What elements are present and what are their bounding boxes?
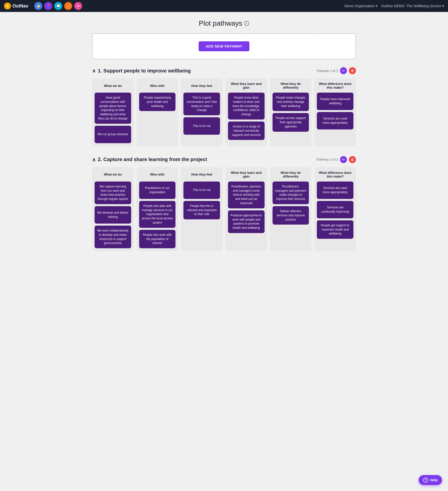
service-dropdown[interactable]: OutNav DEMO- The Wellbeing Service ▾ — [381, 4, 444, 8]
item-cards-2-2: Practitioners in our organisationPeople … — [139, 182, 176, 248]
item-card[interactable]: People feel this is relevant and importa… — [183, 201, 220, 219]
column-card-2-1: What we doWe capture learning from our w… — [92, 167, 134, 251]
item-card[interactable]: Deliver effective services and improve p… — [273, 206, 309, 225]
column-header-1-2: Who with — [139, 81, 176, 90]
item-cards-1-4: People know what matters to them and hav… — [228, 93, 265, 140]
pathway-grid-2: What we doWe capture learning from our w… — [92, 167, 356, 251]
item-cards-1-3: This is a good conversation and I feel r… — [183, 93, 220, 135]
item-cards-1-5: People make changes and actively manage … — [273, 93, 309, 132]
mail-icon-btn[interactable]: ✉ — [74, 2, 82, 10]
column-card-1-6: What difference does this make?People ha… — [314, 78, 356, 146]
pathway-title-1: ∧ 1. Support people to improve wellbeing — [92, 68, 191, 74]
column-card-1-5: What they do differentlyPeople make chan… — [270, 78, 312, 146]
column-header-2-4: What they learn and gain — [228, 170, 265, 179]
item-card[interactable]: Practitioners in our organisation — [139, 182, 176, 199]
delete-pathway-button[interactable]: 🗑 — [349, 67, 356, 74]
logo-text: OutNav — [12, 3, 28, 9]
column-header-1-6: What difference does this make? — [317, 81, 353, 90]
chevron-icon[interactable]: ∧ — [92, 68, 96, 74]
item-cards-2-5: Practitioners, managers and planners mak… — [273, 182, 309, 225]
item-card[interactable]: Have good conversations with people abou… — [95, 93, 131, 124]
pathway-header-2: ∧ 2. Capture and share learning from the… — [92, 156, 356, 163]
item-card[interactable]: We capture learning from our work and sh… — [95, 182, 131, 204]
item-card[interactable]: This is for me — [183, 117, 220, 135]
edit-pathway-button[interactable]: ✏ — [340, 156, 347, 163]
nav-logo[interactable]: A OutNav — [4, 2, 28, 9]
item-cards-2-1: We capture learning from our work and sh… — [95, 182, 131, 248]
column-header-1-1: What we do — [95, 81, 131, 90]
item-card[interactable]: Practitioners, planners and managers kno… — [228, 182, 265, 208]
item-card[interactable]: We run group sessions — [95, 126, 131, 143]
item-card[interactable]: This is for me — [183, 182, 220, 199]
item-card[interactable]: We develop and deliver training — [95, 206, 131, 224]
logo-icon: A — [4, 2, 11, 9]
nav-icons: 🏠 📍 💬 ⚠ ✉ — [34, 2, 82, 10]
pathway-meta-2: Pathway 2 of 2 ✏ 🗑 — [317, 156, 356, 163]
column-card-1-4: What they learn and gainPeople know what… — [225, 78, 267, 146]
page-title: Plot pathways i — [92, 19, 356, 27]
pathway-section-2: ∧ 2. Capture and share learning from the… — [92, 156, 356, 251]
item-card[interactable]: Services are continually improving — [317, 201, 353, 218]
pathway-count-label: Pathway 1 of 2 — [317, 69, 338, 73]
column-header-2-2: Who with — [139, 170, 176, 179]
item-cards-2-3: This is for mePeople feel this is releva… — [183, 182, 220, 219]
chevron-down-icon: ▾ — [442, 4, 444, 8]
item-cards-1-2: People experiencing poor health and well… — [139, 93, 176, 111]
item-card[interactable]: People make changes and actively manage … — [273, 93, 309, 111]
column-header-2-3: How they feel — [183, 170, 220, 179]
pathway-meta-1: Pathway 1 of 2 ✏ 🗑 — [317, 67, 356, 74]
column-header-2-1: What we do — [95, 170, 131, 179]
item-card[interactable]: People experiencing poor health and well… — [139, 93, 176, 111]
item-card[interactable]: Access to a range of relevant community … — [228, 122, 265, 140]
chevron-icon[interactable]: ∧ — [92, 157, 96, 163]
item-card[interactable]: We work collaboratively to develop and s… — [95, 226, 131, 248]
column-card-1-1: What we doHave good conversations with p… — [92, 78, 134, 146]
column-header-1-5: What they do differently — [273, 81, 309, 90]
info-icon[interactable]: i — [244, 21, 249, 26]
pathway-grid-1: What we doHave good conversations with p… — [92, 78, 356, 146]
column-card-1-2: Who withPeople experiencing poor health … — [137, 78, 178, 146]
home-icon-btn[interactable]: 🏠 — [34, 2, 42, 10]
item-card[interactable]: Services are used more appropriately — [317, 112, 353, 129]
item-cards-2-6: Services are used more appropriatelyServ… — [317, 182, 353, 239]
pathway-section-1: ∧ 1. Support people to improve wellbeing… — [92, 67, 356, 146]
column-header-1-4: What they learn and gain — [228, 81, 265, 90]
item-cards-1-6: People have improved wellbeingServices a… — [317, 93, 353, 129]
item-card[interactable]: People who plan and manage services in o… — [139, 201, 176, 228]
add-pathway-box: ADD NEW PATHWAY — [92, 33, 356, 59]
item-card[interactable]: People get support to maximise health an… — [317, 220, 353, 239]
item-cards-2-4: Practitioners, planners and managers kno… — [228, 182, 265, 233]
main-content: Plot pathways i ADD NEW PATHWAY ∧ 1. Sup… — [87, 12, 361, 281]
item-card[interactable]: People have improved wellbeing — [317, 93, 353, 110]
pathway-count-label: Pathway 2 of 2 — [317, 158, 338, 161]
chevron-down-icon: ▾ — [376, 4, 377, 8]
nav-right: Demo Organisation ▾ OutNav DEMO- The Wel… — [344, 4, 444, 8]
edit-pathway-button[interactable]: ✏ — [340, 67, 347, 74]
item-cards-1-1: Have good conversations with people abou… — [95, 93, 131, 143]
column-header-1-3: How they feel — [183, 81, 220, 90]
column-card-1-3: How they feelThis is a good conversation… — [181, 78, 223, 146]
item-card[interactable]: People who work with the population of i… — [139, 230, 176, 248]
column-card-2-6: What difference does this make?Services … — [314, 167, 356, 251]
pathway-title-2: ∧ 2. Capture and share learning from the… — [92, 157, 207, 163]
item-card[interactable]: People know what matters to them and hav… — [228, 93, 265, 120]
chat-icon-btn[interactable]: 💬 — [54, 2, 62, 10]
item-card[interactable]: Services are used more appropriately — [317, 182, 353, 199]
item-card[interactable]: This is a good conversation and I feel r… — [183, 93, 220, 115]
navbar: A OutNav 🏠 📍 💬 ⚠ ✉ Demo Organisation ▾ O… — [0, 0, 448, 12]
item-card[interactable]: Practical approaches to work with people… — [228, 210, 265, 233]
pathway-header-1: ∧ 1. Support people to improve wellbeing… — [92, 67, 356, 74]
column-header-2-6: What difference does this make? — [317, 170, 353, 179]
location-icon-btn[interactable]: 📍 — [44, 2, 52, 10]
column-card-2-2: Who withPractitioners in our organisatio… — [137, 167, 178, 251]
org-dropdown[interactable]: Demo Organisation ▾ — [344, 4, 377, 8]
add-pathway-button[interactable]: ADD NEW PATHWAY — [199, 41, 249, 51]
item-card[interactable]: Practitioners, managers and planners mak… — [273, 182, 309, 204]
alert-icon-btn[interactable]: ⚠ — [64, 2, 72, 10]
column-card-2-3: How they feelThis is for mePeople feel t… — [181, 167, 223, 251]
item-card[interactable]: People access support from appropriate a… — [273, 113, 309, 131]
column-card-2-4: What they learn and gainPractitioners, p… — [225, 167, 267, 251]
delete-pathway-button[interactable]: 🗑 — [349, 156, 356, 163]
pathways-container: ∧ 1. Support people to improve wellbeing… — [92, 67, 356, 251]
column-header-2-5: What they do differently — [273, 170, 309, 179]
